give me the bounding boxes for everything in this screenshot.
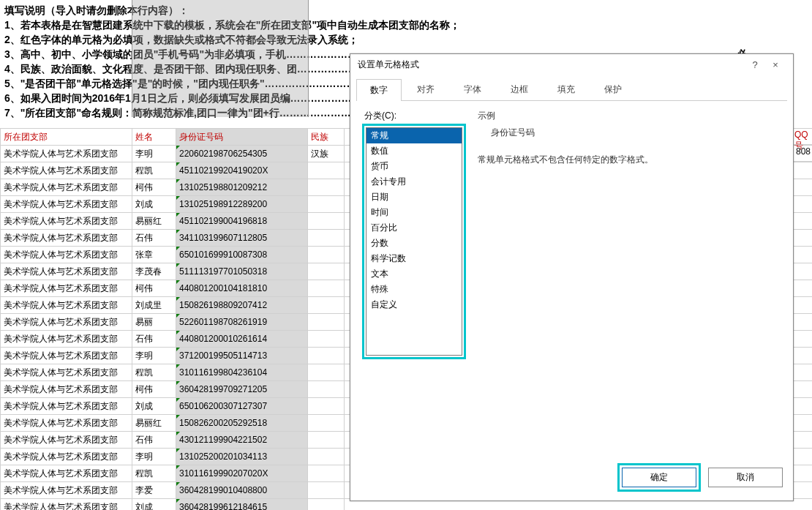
cell-name[interactable]: 柯伟 [132, 179, 176, 196]
cell-id[interactable]: 360428199010408800 [176, 482, 308, 499]
cell-id[interactable]: 440801200104181810 [176, 280, 308, 297]
cell-branch[interactable]: 美术学院人体与艺术系团支部 [1, 499, 132, 511]
cell-name[interactable]: 张章 [132, 247, 176, 263]
cell-branch[interactable]: 美术学院人体与艺术系团支部 [1, 297, 132, 314]
cell-branch[interactable]: 美术学院人体与艺术系团支部 [1, 314, 132, 331]
cell-ethnic[interactable] [308, 247, 345, 263]
cell-branch[interactable]: 美术学院人体与艺术系团支部 [1, 465, 132, 482]
cell-id[interactable]: 31011619990207020X [176, 465, 308, 482]
header-ethnic[interactable]: 民族 [308, 129, 345, 146]
header-id[interactable]: 身份证号码 [176, 129, 308, 146]
cell-id[interactable]: 371200199505114713 [176, 348, 308, 364]
cell-ethnic[interactable]: 汉族 [308, 146, 345, 162]
tab-数字[interactable]: 数字 [356, 79, 402, 101]
tab-字体[interactable]: 字体 [450, 78, 495, 100]
cell-ethnic[interactable] [308, 196, 345, 213]
cell-id[interactable]: 522601198708261919 [176, 314, 308, 331]
cell-id[interactable]: 440801200010261614 [176, 331, 308, 348]
cell-id[interactable]: 131025198912289200 [176, 196, 308, 213]
qq-cell[interactable]: 808 [793, 145, 812, 162]
cell-name[interactable]: 刘成 [132, 398, 176, 415]
cell-name[interactable]: 易丽红 [132, 415, 176, 432]
cell-ethnic[interactable] [308, 162, 345, 179]
cell-ethnic[interactable] [308, 331, 345, 348]
category-item[interactable]: 货币 [366, 159, 462, 174]
header-qq[interactable]: QQ号 [793, 128, 812, 145]
cell-branch[interactable]: 美术学院人体与艺术系团支部 [1, 247, 132, 263]
category-item[interactable]: 时间 [366, 205, 462, 220]
category-item[interactable]: 数值 [366, 143, 462, 159]
cell-id[interactable]: 360428199709271205 [176, 381, 308, 398]
cell-branch[interactable]: 美术学院人体与艺术系团支部 [1, 348, 132, 364]
cell-name[interactable]: 石伟 [132, 331, 176, 348]
category-item[interactable]: 分数 [366, 236, 462, 251]
cell-ethnic[interactable] [308, 348, 345, 364]
category-item[interactable]: 日期 [366, 190, 462, 205]
ok-button[interactable]: 确定 [622, 468, 696, 487]
cell-name[interactable]: 刘成里 [132, 297, 176, 314]
help-icon[interactable]: ? [745, 59, 765, 70]
tab-对齐[interactable]: 对齐 [403, 78, 448, 100]
cell-branch[interactable]: 美术学院人体与艺术系团支部 [1, 280, 132, 297]
cell-branch[interactable]: 美术学院人体与艺术系团支部 [1, 230, 132, 247]
category-item[interactable]: 自定义 [366, 297, 462, 312]
cell-id[interactable]: 650106200307127307 [176, 398, 308, 415]
cell-branch[interactable]: 美术学院人体与艺术系团支部 [1, 146, 132, 162]
cell-branch[interactable]: 美术学院人体与艺术系团支部 [1, 415, 132, 432]
category-item[interactable]: 百分比 [366, 220, 462, 236]
tab-边框[interactable]: 边框 [497, 78, 542, 100]
cell-ethnic[interactable] [308, 465, 345, 482]
cell-ethnic[interactable] [308, 432, 345, 449]
cell-name[interactable]: 程凯 [132, 364, 176, 381]
cell-id[interactable]: 650101699910087308 [176, 247, 308, 263]
cell-name[interactable]: 柯伟 [132, 280, 176, 297]
cell-name[interactable]: 易丽 [132, 314, 176, 331]
cell-ethnic[interactable] [308, 415, 345, 432]
cell-id[interactable]: 45110219920419020X [176, 162, 308, 179]
cell-name[interactable]: 程凯 [132, 465, 176, 482]
cell-id[interactable]: 430121199904221502 [176, 432, 308, 449]
cell-name[interactable]: 李明 [132, 146, 176, 162]
cell-ethnic[interactable] [308, 449, 345, 465]
cell-ethnic[interactable] [308, 263, 345, 280]
cell-branch[interactable]: 美术学院人体与艺术系团支部 [1, 482, 132, 499]
cell-ethnic[interactable] [308, 364, 345, 381]
cell-id[interactable]: 511113197701050318 [176, 263, 308, 280]
cell-branch[interactable]: 美术学院人体与艺术系团支部 [1, 364, 132, 381]
dialog-titlebar[interactable]: 设置单元格格式 ? × [350, 54, 793, 75]
header-name[interactable]: 姓名 [132, 129, 176, 146]
cell-branch[interactable]: 美术学院人体与艺术系团支部 [1, 398, 132, 415]
cancel-button[interactable]: 取消 [708, 468, 783, 487]
cell-ethnic[interactable] [308, 499, 345, 511]
cell-name[interactable]: 石伟 [132, 230, 176, 247]
tab-填充[interactable]: 填充 [544, 78, 589, 100]
cell-id[interactable]: 310116199804236104 [176, 364, 308, 381]
cell-name[interactable]: 程凯 [132, 162, 176, 179]
cell-id[interactable]: 131025198801209212 [176, 179, 308, 196]
cell-id[interactable]: 150826198809207412 [176, 297, 308, 314]
cell-name[interactable]: 李明 [132, 449, 176, 465]
cell-id[interactable]: 220602198706254305 [176, 146, 308, 162]
cell-branch[interactable]: 美术学院人体与艺术系团支部 [1, 162, 132, 179]
tab-保护[interactable]: 保护 [590, 78, 636, 100]
category-item[interactable]: 文本 [366, 266, 462, 282]
category-item[interactable]: 科学记数 [366, 251, 462, 266]
cell-id[interactable]: 451102199004196818 [176, 213, 308, 230]
cell-name[interactable]: 李爱 [132, 482, 176, 499]
cell-id[interactable]: 131025200201034113 [176, 449, 308, 465]
cell-name[interactable]: 李明 [132, 348, 176, 364]
cell-branch[interactable]: 美术学院人体与艺术系团支部 [1, 331, 132, 348]
cell-ethnic[interactable] [308, 398, 345, 415]
cell-name[interactable]: 柯伟 [132, 381, 176, 398]
cell-id[interactable]: 360428199612184615 [176, 499, 308, 511]
cell-branch[interactable]: 美术学院人体与艺术系团支部 [1, 381, 132, 398]
category-listbox[interactable]: 常规数值货币会计专用日期时间百分比分数科学记数文本特殊自定义 [366, 127, 462, 356]
cell-ethnic[interactable] [308, 280, 345, 297]
cell-name[interactable]: 刘成 [132, 196, 176, 213]
cell-branch[interactable]: 美术学院人体与艺术系团支部 [1, 179, 132, 196]
cell-ethnic[interactable] [308, 213, 345, 230]
cell-name[interactable]: 李茂春 [132, 263, 176, 280]
cell-name[interactable]: 石伟 [132, 432, 176, 449]
close-icon[interactable]: × [765, 59, 786, 70]
category-item[interactable]: 会计专用 [366, 174, 462, 190]
